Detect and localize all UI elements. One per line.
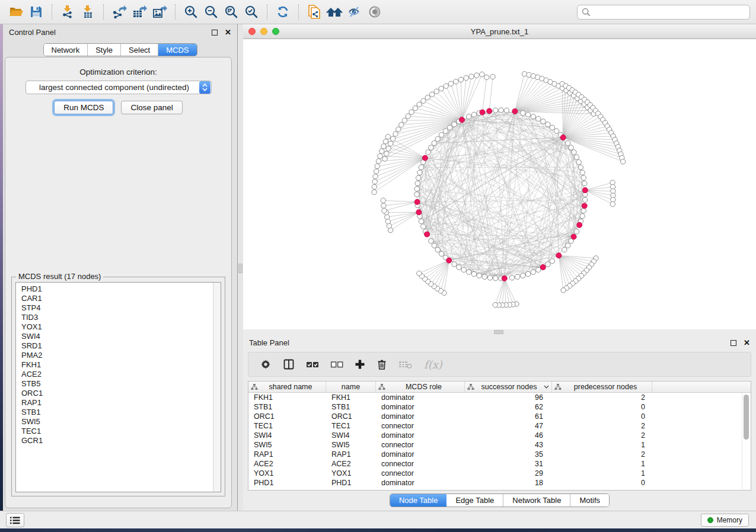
network-satellite-node[interactable] [393, 132, 398, 136]
save-session-button[interactable] [26, 2, 46, 21]
network-satellite-node[interactable] [402, 118, 407, 123]
network-node[interactable] [417, 170, 422, 175]
network-node[interactable] [471, 271, 476, 276]
export-image-button[interactable] [149, 2, 170, 21]
mcds-result-item[interactable]: ACE2 [16, 370, 221, 379]
network-satellite-node[interactable] [464, 75, 468, 80]
optimization-criterion-select[interactable]: largest connected component (undirected) [25, 81, 212, 94]
network-satellite-node[interactable] [379, 149, 384, 153]
network-node[interactable] [419, 219, 423, 223]
network-satellite-node[interactable] [444, 84, 448, 88]
network-node[interactable] [541, 119, 546, 124]
network-node[interactable] [509, 275, 514, 280]
mcds-result-item[interactable]: STB5 [16, 379, 221, 389]
network-satellite-node[interactable] [373, 174, 378, 179]
table-scrollbar-thumb[interactable] [744, 395, 749, 440]
vertical-splitter[interactable] [238, 24, 243, 511]
network-satellite-node[interactable] [375, 164, 379, 168]
network-node[interactable] [583, 197, 588, 202]
network-node[interactable] [415, 181, 420, 185]
table-cell[interactable]: SWI5 [248, 440, 326, 450]
mcds-result-item[interactable]: SWI5 [16, 417, 221, 427]
mcds-result-item[interactable]: TID3 [16, 313, 221, 322]
network-satellite-node[interactable] [406, 114, 410, 118]
network-hub-node[interactable] [560, 135, 566, 140]
network-satellite-node[interactable] [522, 72, 527, 76]
float-panel-icon[interactable] [731, 340, 736, 346]
network-node[interactable] [581, 175, 586, 180]
mcds-result-item[interactable]: STB1 [16, 408, 221, 417]
splitter-grip[interactable] [238, 264, 243, 273]
table-cell[interactable]: dominator [376, 450, 465, 459]
table-cell[interactable]: 29 [465, 469, 552, 478]
network-hub-node[interactable] [502, 275, 507, 281]
table-cell[interactable]: PHD1 [248, 478, 326, 488]
splitter-grip[interactable] [494, 330, 503, 334]
network-node[interactable] [419, 165, 423, 169]
table-cell[interactable]: connector [376, 469, 465, 478]
network-node[interactable] [452, 122, 457, 127]
close-panel-icon[interactable]: ✕ [744, 340, 750, 346]
network-node[interactable] [562, 247, 567, 252]
table-cell[interactable]: 61 [465, 412, 552, 421]
table-cell[interactable]: 0 [552, 402, 652, 412]
show-columns-button[interactable] [283, 358, 295, 370]
network-node[interactable] [493, 276, 498, 281]
network-node[interactable] [554, 129, 559, 133]
mcds-result-item[interactable]: GCR1 [16, 436, 221, 446]
network-node[interactable] [569, 145, 573, 150]
table-cell[interactable]: dominator [376, 478, 465, 488]
table-cell[interactable]: FKH1 [248, 393, 326, 402]
network-satellite-node[interactable] [372, 184, 377, 189]
mcds-result-item[interactable]: ORC1 [16, 389, 221, 398]
table-cell[interactable]: SWI4 [326, 431, 376, 440]
network-node[interactable] [414, 192, 419, 197]
network-node[interactable] [521, 111, 525, 116]
network-node[interactable] [432, 243, 436, 248]
table-cell[interactable]: ACE2 [326, 459, 376, 469]
table-cell[interactable]: 2 [552, 393, 652, 402]
network-node[interactable] [581, 209, 586, 213]
table-cell[interactable]: RAP1 [326, 450, 376, 459]
table-cell[interactable]: PHD1 [326, 478, 376, 488]
table-cell[interactable]: dominator [376, 393, 465, 402]
mcds-result-item[interactable]: YOX1 [16, 322, 221, 332]
table-cell[interactable]: dominator [376, 402, 465, 412]
network-from-file-button[interactable] [304, 2, 324, 21]
mcds-result-list[interactable]: PHD1CAR1STP4TID3YOX1SWI4SRD1PMA2FKH1ACE2… [15, 282, 221, 492]
network-canvas[interactable] [243, 39, 756, 329]
mcds-result-item[interactable]: PMA2 [16, 351, 221, 360]
tab-motifs[interactable]: Motifs [570, 494, 609, 507]
zoom-out-button[interactable] [201, 2, 221, 21]
network-satellite-node[interactable] [409, 110, 414, 114]
table-row[interactable]: STB1STB1dominator620 [248, 402, 742, 412]
network-satellite-node[interactable] [383, 139, 388, 144]
table-cell[interactable]: 2 [552, 450, 652, 459]
network-node[interactable] [499, 108, 503, 113]
network-node[interactable] [467, 270, 471, 274]
network-satellite-node[interactable] [429, 92, 434, 97]
apply-layout-button[interactable] [273, 2, 293, 21]
network-node[interactable] [550, 259, 554, 264]
close-panel-icon[interactable]: ✕ [225, 30, 231, 36]
network-node[interactable] [531, 114, 535, 119]
network-node[interactable] [576, 160, 581, 165]
network-node[interactable] [416, 175, 421, 180]
network-hub-node[interactable] [414, 199, 420, 204]
table-cell[interactable]: 35 [465, 450, 552, 459]
table-cell[interactable]: 46 [465, 431, 552, 440]
column-header-successor-nodes[interactable]: successor nodes [465, 382, 552, 392]
network-satellite-node[interactable] [413, 105, 417, 110]
network-hub-node[interactable] [512, 108, 518, 114]
table-cell[interactable]: connector [376, 459, 465, 469]
network-satellite-node[interactable] [386, 146, 391, 151]
zoom-fit-button[interactable] [221, 2, 241, 21]
network-node[interactable] [429, 145, 433, 150]
network-node[interactable] [574, 155, 579, 159]
network-hub-node[interactable] [577, 222, 582, 227]
network-hub-node[interactable] [416, 210, 422, 215]
network-node[interactable] [504, 108, 509, 113]
network-node[interactable] [467, 114, 471, 119]
network-satellite-node[interactable] [382, 209, 387, 213]
network-satellite-node[interactable] [381, 144, 386, 149]
